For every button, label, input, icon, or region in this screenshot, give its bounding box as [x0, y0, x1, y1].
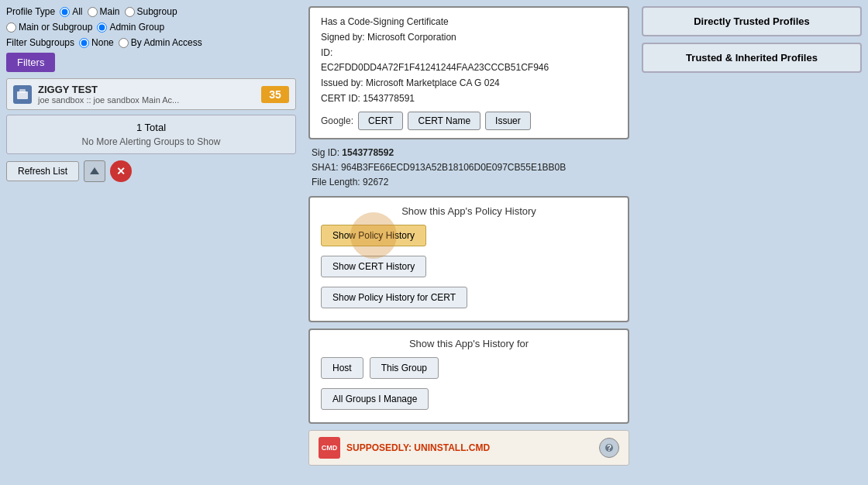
no-more-label: No More Alerting Groups to Show — [16, 136, 286, 147]
close-button[interactable]: ✕ — [110, 160, 132, 182]
radio-admin-group[interactable] — [97, 22, 107, 33]
app-history-buttons: Host This Group — [321, 357, 617, 384]
arrow-up-button[interactable] — [84, 160, 105, 182]
all-groups-manage-button[interactable]: All Groups I Manage — [321, 388, 429, 410]
group-info: ZIGGY TEST joe sandbox :: joe sandbox Ma… — [38, 84, 255, 105]
host-button[interactable]: Host — [321, 357, 363, 379]
radio-main[interactable] — [88, 7, 98, 17]
cert-history-row: Show CERT History — [321, 256, 617, 282]
cert-line2: Signed by: Microsoft Corporation — [321, 31, 617, 44]
radio-all-label[interactable]: All — [60, 6, 82, 17]
cert-id-label: ID: — [321, 46, 617, 60]
cert-id-full: CERT ID: 1543778591 — [321, 92, 617, 105]
total-label: 1 Total — [16, 122, 286, 133]
radio-by-admin[interactable] — [119, 38, 129, 48]
issuer-button[interactable]: Issuer — [485, 112, 531, 130]
cert-button[interactable]: CERT — [358, 112, 403, 130]
cert-info-box: Has a Code-Signing Certificate Signed by… — [308, 6, 629, 139]
app-history-box: Show this App's History for Host This Gr… — [308, 328, 629, 424]
cert-id-value: EC2FDD0DD4A72F1F41241244FAA23CCCB51CF946 — [321, 61, 617, 74]
main-or-sub-row: Main or Subgroup Admin Group — [6, 22, 296, 33]
bottom-icon: CMD — [319, 437, 340, 459]
trusted-inherited-button[interactable]: Trusted & Inherited Profiles — [642, 43, 862, 73]
radio-main-or-sub-label[interactable]: Main or Subgroup — [6, 22, 92, 33]
svg-text:?: ? — [607, 444, 611, 452]
svg-marker-2 — [90, 167, 99, 174]
sig-id-value: 1543778592 — [342, 147, 394, 158]
cert-buttons: Google: CERT CERT Name Issuer — [321, 112, 617, 130]
refresh-row: Refresh List ✕ — [6, 160, 296, 182]
directly-trusted-button[interactable]: Directly Trusted Profiles — [642, 6, 862, 36]
radio-all[interactable] — [60, 7, 70, 17]
show-cert-history-button[interactable]: Show CERT History — [321, 256, 426, 277]
policy-cert-row: Show Policy History for CERT — [321, 287, 617, 313]
cert-line1: Has a Code-Signing Certificate — [321, 15, 617, 29]
radio-main-label[interactable]: Main — [88, 6, 120, 17]
right-panel: Directly Trusted Profiles Trusted & Inhe… — [636, 0, 868, 485]
show-policy-cert-button[interactable]: Show Policy History for CERT — [321, 287, 467, 308]
filter-subgroups-row: Filter Subgroups None By Admin Access — [6, 37, 296, 48]
summary-box: 1 Total No More Alerting Groups to Show — [6, 115, 296, 154]
this-group-button[interactable]: This Group — [370, 357, 439, 379]
bottom-text: SUPPOSEDLY: UNINSTALL.CMD — [346, 442, 490, 453]
radio-admin-group-label[interactable]: Admin Group — [97, 22, 164, 33]
group-badge: 35 — [261, 86, 289, 103]
group-sub: joe sandbox :: joe sandbox Main Ac... — [38, 95, 255, 105]
left-panel: Profile Type All Main Subgroup Main or S… — [0, 0, 302, 485]
refresh-button[interactable]: Refresh List — [6, 161, 79, 181]
cert-name-button[interactable]: CERT Name — [408, 112, 480, 130]
sha1-value: 964B3FE66ECD913A52B18106D0E097CB55E1BB0B — [341, 162, 566, 173]
profile-type-label: Profile Type — [6, 6, 55, 17]
policy-history-box: Show this App's Policy History Show Poli… — [308, 196, 629, 322]
all-groups-row: All Groups I Manage — [321, 388, 617, 414]
file-length-value: 92672 — [363, 177, 388, 187]
cert-issued-by: Issued by: Microsoft Marketplace CA G 02… — [321, 77, 617, 90]
bottom-action-button[interactable]: ? — [599, 438, 619, 458]
profile-type-row: Profile Type All Main Subgroup — [6, 6, 296, 17]
sha1-label: SHA1: — [312, 162, 339, 173]
sig-info: Sig ID: 1543778592 SHA1: 964B3FE66ECD913… — [308, 146, 629, 191]
filters-button[interactable]: Filters — [6, 53, 55, 72]
radio-none-label[interactable]: None — [79, 37, 114, 48]
bottom-item: CMD SUPPOSEDLY: UNINSTALL.CMD ? — [308, 430, 629, 466]
file-length-label: File Length: — [312, 177, 360, 187]
radio-subgroup-label[interactable]: Subgroup — [125, 6, 177, 17]
group-name: ZIGGY TEST — [38, 84, 255, 95]
show-policy-history-button[interactable]: Show Policy History — [321, 225, 426, 246]
middle-panel: Has a Code-Signing Certificate Signed by… — [302, 0, 636, 485]
sig-id-label: Sig ID: — [312, 147, 339, 158]
group-icon — [13, 85, 32, 104]
policy-history-title: Show this App's Policy History — [321, 205, 617, 217]
google-label: Google: — [321, 115, 353, 126]
radio-subgroup[interactable] — [125, 7, 135, 17]
radio-by-admin-label[interactable]: By Admin Access — [119, 37, 202, 48]
radio-none[interactable] — [79, 38, 89, 48]
group-item[interactable]: ZIGGY TEST joe sandbox :: joe sandbox Ma… — [6, 78, 296, 110]
filter-subgroups-label: Filter Subgroups — [6, 37, 74, 48]
radio-main-or-sub[interactable] — [6, 22, 16, 33]
app-history-title: Show this App's History for — [321, 338, 617, 349]
policy-history-buttons: Show Policy History — [321, 225, 617, 251]
svg-rect-1 — [19, 89, 26, 93]
